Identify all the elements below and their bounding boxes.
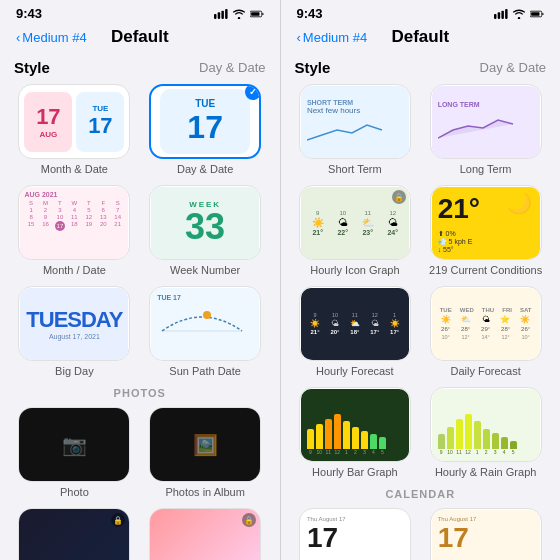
widget-grid-weather-row2: 🔒 9 ☀️ 21° 10 🌤 22° <box>295 185 547 276</box>
widget-item-month-date-cal[interactable]: AUG 2021 SMTWTFS 1234567 891011121314 15… <box>14 185 135 276</box>
widget-item-current-conditions[interactable]: 🔒 🌙 21° ⬆ 0% 💨 5 kph E ↓ 55° 219 Current… <box>425 185 546 276</box>
widget-preview-cal-1[interactable]: Thu August 17 17 <box>299 508 411 560</box>
status-icons-right <box>494 9 544 19</box>
widget-label-hourly-bar-graph: Hourly Bar Graph <box>312 466 398 478</box>
rain-bar-9: 5 <box>510 441 517 455</box>
nav-title-left: Default <box>111 27 169 47</box>
widget-preview-hourly-icon-graph[interactable]: 🔒 9 ☀️ 21° 10 🌤 22° <box>299 185 411 260</box>
widget-preview-hourly-bar-graph[interactable]: 9 10 11 12 <box>299 387 411 462</box>
widget-item-hourly-bar-graph[interactable]: 9 10 11 12 <box>295 387 416 478</box>
month-num: 17 <box>36 104 60 130</box>
svg-rect-9 <box>494 14 496 19</box>
widget-preview-week-number[interactable]: WEEK 33 <box>149 185 261 260</box>
svg-rect-2 <box>221 10 223 18</box>
widget-item-sun-path-date[interactable]: TUE 17 Sun Path Date <box>145 286 266 377</box>
selected-checkmark: ✓ <box>245 84 261 100</box>
day-date-large: TUE 17 <box>160 89 250 154</box>
calendar-section-divider-right: CALENDAR <box>295 488 547 500</box>
scroll-content-left[interactable]: Style Day & Date 17 AUG TUE 17 <box>0 53 280 560</box>
widget-item-photo[interactable]: 📷 Photo <box>14 407 135 498</box>
widget-item-short-term[interactable]: SHORT TERM Next few hours Short Term <box>295 84 416 175</box>
widget-preview-short-term[interactable]: SHORT TERM Next few hours <box>299 84 411 159</box>
hf-item-10: 10 🌤 20° <box>330 312 339 335</box>
widget-preview-daily-forecast[interactable]: TUE WED THU FRI SAT ☀️ ⛅ 🌤 ⭐ ☀️ <box>430 286 542 361</box>
widget-label-long-term: Long Term <box>460 163 512 175</box>
battery-icon-left <box>250 9 264 19</box>
long-term-content: LONG TERM <box>432 86 540 158</box>
widget-grid-row1-left: 17 AUG TUE 17 Month & Date ✓ <box>14 84 266 175</box>
rain-rect-9 <box>510 441 517 449</box>
widget-item-big-day[interactable]: TUESDAY August 17, 2021 Big Day <box>14 286 135 377</box>
svg-rect-10 <box>498 12 500 19</box>
widget-preview-cal-2[interactable]: Thu August 17 17 <box>430 508 542 560</box>
widget-preview-hourly-forecast[interactable]: 9 ☀️ 21° 10 🌤 20° 11 ⛅ <box>299 286 411 361</box>
cal-header: AUG 2021 <box>24 191 124 198</box>
widget-preview-current-conditions[interactable]: 🔒 🌙 21° ⬆ 0% 💨 5 kph E ↓ 55° <box>430 185 542 260</box>
widget-preview-month-date[interactable]: 17 AUG TUE 17 <box>18 84 130 159</box>
back-label-left: Medium #4 <box>22 30 86 45</box>
widget-item-long-term[interactable]: LONG TERM Long Term <box>425 84 546 175</box>
hourly-item-3: 11 ⛅ 23° <box>362 210 374 236</box>
rain-bar-1: 9 <box>438 434 445 455</box>
widget-item-hourly-icon-graph[interactable]: 🔒 9 ☀️ 21° 10 🌤 22° <box>295 185 416 276</box>
widget-preview-hourly-rain-graph[interactable]: 9 10 11 12 <box>430 387 542 462</box>
widget-preview-icecream-left[interactable]: 🔒 <box>149 508 261 560</box>
bar-5: 1 <box>343 421 350 455</box>
widget-preview-photo[interactable]: 📷 <box>18 407 130 482</box>
widget-grid-photos-left: 📷 Photo 🖼️ Photos in Album <box>14 407 266 498</box>
widget-preview-long-term[interactable]: LONG TERM <box>430 84 542 159</box>
widget-item-hourly-forecast[interactable]: 9 ☀️ 21° 10 🌤 20° 11 ⛅ <box>295 286 416 377</box>
back-button-left[interactable]: ‹ Medium #4 <box>16 30 87 45</box>
nav-bar-right: ‹ Medium #4 Default <box>281 25 561 53</box>
widget-grid-calendar-right: Thu August 17 17 Aesthetic / Theme Thu A… <box>295 508 547 560</box>
scroll-content-right[interactable]: Style Day & Date SHORT TERM Next few hou… <box>281 53 561 560</box>
widget-preview-photos-in-album[interactable]: 🖼️ <box>149 407 261 482</box>
photos-section-divider-left: PHOTOS <box>14 387 266 399</box>
rain-bar-8: 4 <box>501 437 508 455</box>
widget-label-daily-forecast: Daily Forecast <box>450 365 520 377</box>
style-section-header-left: Style Day & Date <box>14 59 266 76</box>
svg-rect-0 <box>214 14 216 19</box>
widget-item-icecream-left[interactable]: 🔒 Ice Cream <box>145 508 266 560</box>
bar-chart: 9 10 11 12 <box>307 415 403 455</box>
calendar-label-right: CALENDAR <box>385 488 455 500</box>
widget-preview-month-date-cal[interactable]: AUG 2021 SMTWTFS 1234567 891011121314 15… <box>18 185 130 260</box>
hourly-icon-row: 9 ☀️ 21° 10 🌤 22° 11 ⛅ <box>305 210 405 236</box>
widget-preview-big-day[interactable]: TUESDAY August 17, 2021 <box>18 286 130 361</box>
hf-item-1: 1 ☀️ 17° <box>390 312 400 335</box>
widget-preview-day-date[interactable]: ✓ TUE 17 <box>149 84 261 159</box>
widget-label-week-number: Week Number <box>170 264 240 276</box>
style-label-left: Style <box>14 59 50 76</box>
bar-rect-3 <box>325 419 332 449</box>
signal-icon-right <box>494 9 508 19</box>
widget-item-week-number[interactable]: WEEK 33 Week Number <box>145 185 266 276</box>
hf-item-12: 12 🌤 17° <box>370 312 379 335</box>
widget-item-cal-preview-2[interactable]: Thu August 17 17 Ice Cream <box>425 508 546 560</box>
rain-rect-2 <box>447 427 454 449</box>
widget-label-month-date-cal: Month / Date <box>43 264 106 276</box>
hf-item-11: 11 ⛅ 18° <box>350 312 360 335</box>
widget-item-daily-forecast[interactable]: TUE WED THU FRI SAT ☀️ ⛅ 🌤 ⭐ ☀️ <box>425 286 546 377</box>
widget-item-hourly-rain-graph[interactable]: 9 10 11 12 <box>425 387 546 478</box>
widget-preview-sun-path-date[interactable]: TUE 17 <box>149 286 261 361</box>
widget-item-aesthetic-left[interactable]: 🔒 Aesthetic / Theme <box>14 508 135 560</box>
svg-rect-11 <box>501 10 503 18</box>
bar-rect-4 <box>334 414 341 449</box>
widget-item-photos-in-album[interactable]: 🖼️ Photos in Album <box>145 407 266 498</box>
back-button-right[interactable]: ‹ Medium #4 <box>297 30 368 45</box>
widget-item-day-date[interactable]: ✓ TUE 17 Day & Date <box>145 84 266 175</box>
widget-grid-weather-row1: SHORT TERM Next few hours Short Term LON… <box>295 84 547 175</box>
lock-badge-hourly-icon: 🔒 <box>392 190 406 204</box>
battery-icon-right <box>530 9 544 19</box>
widget-label-sun-path-date: Sun Path Date <box>169 365 241 377</box>
rain-bar-3: 11 <box>456 419 463 455</box>
nav-bar-left: ‹ Medium #4 Default <box>0 25 280 53</box>
style-section-header-right: Style Day & Date <box>295 59 547 76</box>
big-day-sub: August 17, 2021 <box>49 333 100 340</box>
status-bar-left: 9:43 <box>0 0 280 25</box>
short-term-label: SHORT TERM <box>307 99 403 106</box>
widget-preview-aesthetic-left[interactable]: 🔒 <box>18 508 130 560</box>
widget-item-cal-preview-1[interactable]: Thu August 17 17 Aesthetic / Theme <box>295 508 416 560</box>
hourly-forecast-content: 9 ☀️ 21° 10 🌤 20° 11 ⛅ <box>301 288 409 360</box>
widget-item-month-date[interactable]: 17 AUG TUE 17 Month & Date <box>14 84 135 175</box>
